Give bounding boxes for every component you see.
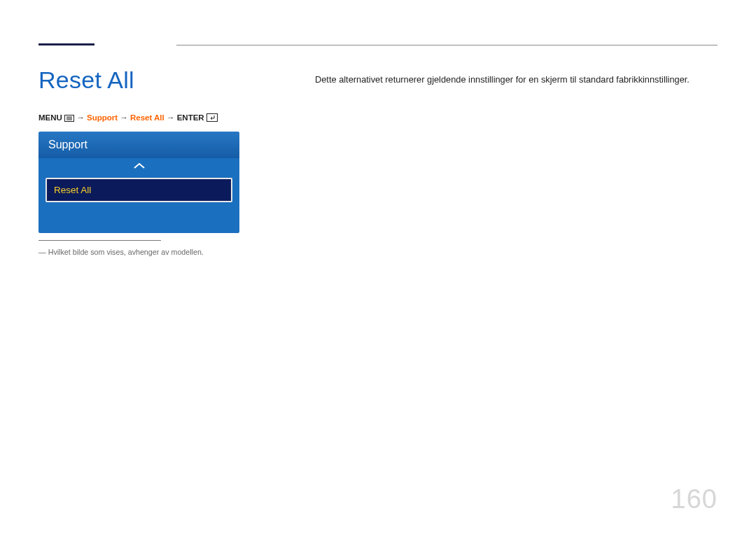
menu-item-reset-all[interactable]: Reset All [46,178,232,202]
right-column: Dette alternativet returnerer gjeldende … [315,66,718,256]
breadcrumb-enter-label: ENTER [177,113,204,122]
menu-header: Support [38,132,239,158]
page-number: 160 [671,484,718,514]
footnote-text: ― Hvilket bilde som vises, avhenger av m… [38,248,315,256]
footnote-rule [38,240,161,241]
chevron-up-icon [133,162,146,169]
breadcrumb-menu-label: MENU [38,113,62,122]
content-row: Reset All MENU → Support → Reset All → E… [38,66,718,256]
menu-item-wrap: Reset All [38,178,239,209]
enter-icon [206,113,218,123]
arrow-icon: → [120,113,128,122]
breadcrumb: MENU → Support → Reset All → ENTER [38,113,315,123]
menu-body-spacer [38,209,239,233]
menu-scroll-up[interactable] [38,158,239,178]
svg-rect-4 [206,114,217,122]
top-rule-short [38,43,94,45]
page-root: Reset All MENU → Support → Reset All → E… [0,0,756,534]
left-column: Reset All MENU → Support → Reset All → E… [38,66,315,256]
top-rule-long [176,45,718,45]
arrow-icon: → [167,113,175,122]
breadcrumb-support: Support [87,113,118,122]
arrow-icon: → [76,113,85,122]
support-menu-card: Support Reset All [38,132,239,233]
menu-icon [64,115,74,123]
page-title: Reset All [38,66,315,94]
breadcrumb-reset-all: Reset All [130,113,164,122]
description-text: Dette alternativet returnerer gjeldende … [315,73,718,87]
